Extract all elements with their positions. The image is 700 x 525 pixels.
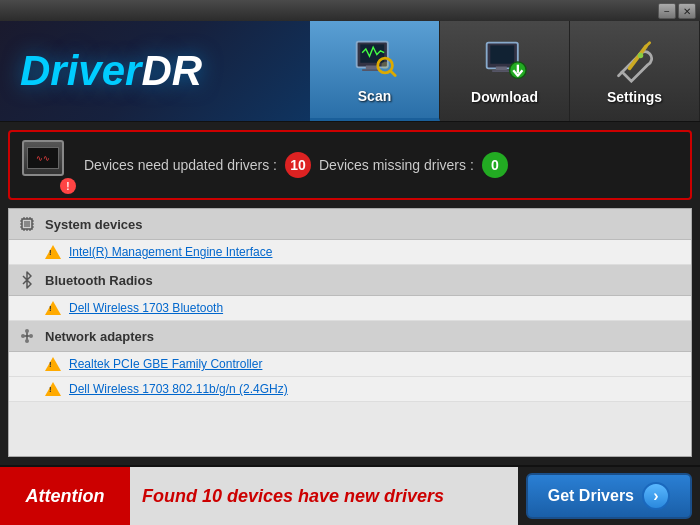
svg-line-14	[629, 46, 646, 68]
download-tab-label: Download	[471, 89, 538, 105]
updated-count-badge: 10	[285, 152, 311, 178]
warning-triangle-icon	[45, 244, 61, 260]
svg-rect-10	[492, 70, 510, 72]
nav-tabs: Scan Download	[310, 21, 700, 121]
device-name: Intel(R) Management Engine Interface	[69, 245, 272, 259]
attention-message-text: Found 10 devices have new drivers	[142, 486, 444, 507]
svg-rect-9	[495, 67, 506, 71]
get-drivers-label: Get Drivers	[548, 487, 634, 505]
svg-rect-8	[490, 45, 514, 63]
category-bluetooth-label: Bluetooth Radios	[45, 273, 153, 288]
content-area: ∿∿ ! Devices need updated drivers : 10 D…	[0, 122, 700, 465]
status-updated-label: Devices need updated drivers :	[84, 157, 277, 173]
scan-tab-icon	[351, 36, 399, 84]
svg-point-34	[21, 334, 25, 338]
device-name: Dell Wireless 1703 Bluetooth	[69, 301, 223, 315]
category-network: Network adapters	[9, 321, 691, 352]
category-system-devices: System devices	[9, 209, 691, 240]
warning-triangle-icon	[45, 300, 61, 316]
download-tab-icon	[481, 37, 529, 85]
device-list-container: System devices Intel(R) Management Engin…	[8, 208, 692, 457]
category-bluetooth: Bluetooth Radios	[9, 265, 691, 296]
device-item[interactable]: Intel(R) Management Engine Interface	[9, 240, 691, 265]
svg-line-13	[618, 72, 622, 76]
attention-label: Attention	[26, 486, 105, 507]
device-item[interactable]: Dell Wireless 1703 802.11b/g/n (2.4GHz)	[9, 377, 691, 402]
minimize-button[interactable]: −	[658, 3, 676, 19]
main-container: DriverDR	[0, 22, 700, 525]
settings-tab-icon	[611, 37, 659, 85]
chip-icon	[17, 214, 37, 234]
svg-line-15	[646, 43, 650, 47]
status-missing-label: Devices missing drivers :	[319, 157, 474, 173]
attention-message-area: Found 10 devices have new drivers	[130, 467, 518, 525]
svg-point-33	[25, 329, 29, 333]
svg-rect-2	[365, 65, 376, 69]
title-bar: − ✕	[0, 0, 700, 22]
category-system-devices-label: System devices	[45, 217, 143, 232]
logo-area: DriverDR	[0, 21, 310, 121]
category-network-label: Network adapters	[45, 329, 154, 344]
device-item[interactable]: Dell Wireless 1703 Bluetooth	[9, 296, 691, 321]
warning-triangle-icon	[45, 356, 61, 372]
svg-point-36	[25, 339, 29, 343]
svg-point-16	[637, 53, 643, 59]
attention-label-area: Attention	[0, 467, 130, 525]
status-info: Devices need updated drivers : 10 Device…	[84, 152, 678, 178]
tab-settings[interactable]: Settings	[570, 21, 700, 121]
header: DriverDR	[0, 22, 700, 122]
tab-download[interactable]: Download	[440, 21, 570, 121]
device-item[interactable]: Realtek PCIe GBE Family Controller	[9, 352, 691, 377]
status-monitor-icon: ∿∿ !	[22, 140, 72, 190]
arrow-icon: ›	[642, 482, 670, 510]
warning-triangle-icon	[45, 381, 61, 397]
network-icon	[17, 326, 37, 346]
settings-tab-label: Settings	[607, 89, 662, 105]
device-name: Dell Wireless 1703 802.11b/g/n (2.4GHz)	[69, 382, 288, 396]
svg-point-5	[381, 61, 388, 68]
status-banner: ∿∿ ! Devices need updated drivers : 10 D…	[8, 130, 692, 200]
scan-tab-label: Scan	[358, 88, 391, 104]
svg-rect-18	[24, 221, 30, 227]
svg-point-35	[29, 334, 33, 338]
device-list[interactable]: System devices Intel(R) Management Engin…	[9, 209, 691, 456]
tab-scan[interactable]: Scan	[310, 21, 440, 121]
warning-badge: !	[60, 178, 76, 194]
svg-line-6	[390, 71, 395, 76]
missing-count-badge: 0	[482, 152, 508, 178]
logo: DriverDR	[20, 47, 202, 95]
close-button[interactable]: ✕	[678, 3, 696, 19]
bottom-bar: Attention Found 10 devices have new driv…	[0, 465, 700, 525]
device-name: Realtek PCIe GBE Family Controller	[69, 357, 262, 371]
get-drivers-button[interactable]: Get Drivers ›	[526, 473, 692, 519]
bluetooth-icon	[17, 270, 37, 290]
